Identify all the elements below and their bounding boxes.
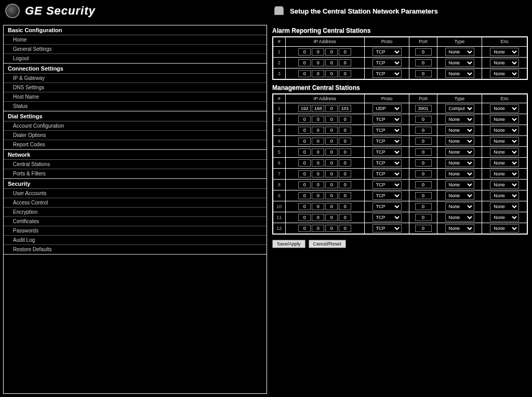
ip-octet-0[interactable] [298, 48, 311, 56]
nav-item[interactable]: Passwords [4, 226, 267, 236]
nav-item[interactable]: Home [4, 35, 267, 45]
proto-select[interactable]: TCPUDP [373, 126, 402, 134]
nav-item[interactable]: Host Name [4, 92, 267, 102]
ip-octet-3[interactable] [339, 225, 351, 232]
ip-octet-2[interactable] [325, 181, 338, 188]
type-select[interactable]: NoneComputerReceiver [445, 126, 474, 134]
ip-octet-2[interactable] [325, 127, 338, 134]
port-input[interactable] [415, 192, 432, 199]
enc-select[interactable]: NoneAES128AES256 [490, 59, 519, 67]
type-select[interactable]: NoneComputerReceiver [445, 213, 474, 222]
proto-select[interactable]: TCPUDP [373, 148, 402, 156]
nav-item[interactable]: DNS Settings [4, 83, 267, 92]
proto-select[interactable]: TCPUDP [373, 115, 402, 124]
save-button[interactable]: Save/Apply [272, 240, 305, 248]
ip-octet-1[interactable] [312, 127, 324, 134]
proto-select[interactable]: TCPUDP [373, 137, 402, 145]
nav-item[interactable]: Audit Log [4, 236, 267, 245]
enc-select[interactable]: NoneAES128AES256 [490, 213, 519, 222]
port-input[interactable] [415, 70, 432, 77]
enc-select[interactable]: NoneAES128AES256 [490, 202, 519, 211]
type-select[interactable]: NoneComputerReceiver [445, 224, 474, 232]
proto-select[interactable]: TCPUDP [373, 213, 402, 222]
type-select[interactable]: NoneComputerReceiver [445, 70, 474, 78]
port-input[interactable] [415, 203, 432, 210]
ip-octet-1[interactable] [312, 116, 324, 123]
nav-item[interactable]: Certificates [4, 217, 267, 226]
port-input[interactable] [415, 170, 432, 177]
type-select[interactable]: NoneComputerReceiver [445, 191, 474, 200]
ip-octet-2[interactable] [325, 116, 338, 123]
nav-item[interactable]: Access Control [4, 198, 267, 208]
type-select[interactable]: NoneComputerReceiver [445, 59, 474, 67]
ip-octet-0[interactable] [298, 127, 311, 134]
ip-octet-2[interactable] [325, 203, 338, 210]
nav-item[interactable]: Status [4, 102, 267, 111]
enc-select[interactable]: NoneAES128AES256 [490, 126, 519, 134]
nav-item[interactable]: Logout [4, 54, 267, 63]
port-input[interactable] [415, 214, 432, 221]
nav-item[interactable]: Report Codes [4, 140, 267, 149]
type-select[interactable]: NoneComputerReceiver [445, 159, 474, 167]
nav-item[interactable]: Dialer Options [4, 131, 267, 140]
port-input[interactable] [415, 138, 432, 145]
ip-octet-0[interactable] [298, 170, 311, 177]
enc-select[interactable]: NoneAES128AES256 [490, 224, 519, 232]
ip-octet-0[interactable] [298, 192, 311, 199]
ip-octet-3[interactable] [339, 181, 351, 188]
ip-octet-1[interactable] [312, 48, 324, 56]
ip-octet-3[interactable] [339, 138, 351, 145]
ip-octet-2[interactable] [325, 214, 338, 221]
ip-octet-3[interactable] [339, 192, 351, 199]
type-select[interactable]: NoneComputerReceiver [445, 104, 474, 113]
port-input[interactable] [415, 116, 432, 123]
ip-octet-2[interactable] [325, 48, 338, 56]
ip-octet-0[interactable] [298, 70, 311, 77]
ip-octet-2[interactable] [325, 138, 338, 145]
ip-octet-1[interactable] [312, 148, 324, 156]
ip-octet-2[interactable] [325, 148, 338, 156]
ip-octet-1[interactable] [312, 214, 324, 221]
cancel-button[interactable]: Cancel/Reset [309, 240, 346, 248]
type-select[interactable]: NoneComputerReceiver [445, 137, 474, 145]
ip-octet-3[interactable] [339, 48, 351, 56]
ip-octet-2[interactable] [325, 192, 338, 199]
ip-octet-2[interactable] [325, 225, 338, 232]
type-select[interactable]: NoneComputerReceiver [445, 48, 474, 56]
port-input[interactable] [415, 225, 432, 232]
enc-select[interactable]: NoneAES128AES256 [490, 148, 519, 156]
nav-item[interactable]: IP & Gateway [4, 74, 267, 83]
ip-octet-1[interactable] [312, 70, 324, 77]
ip-octet-0[interactable] [298, 225, 311, 232]
ip-octet-0[interactable] [298, 181, 311, 188]
type-select[interactable]: NoneComputerReceiver [445, 115, 474, 124]
enc-select[interactable]: NoneAES128AES256 [490, 48, 519, 56]
type-select[interactable]: NoneComputerReceiver [445, 202, 474, 211]
proto-select[interactable]: TCPUDP [373, 202, 402, 211]
nav-item[interactable]: Central Stations [4, 160, 267, 169]
port-input[interactable] [415, 59, 432, 66]
ip-octet-3[interactable] [339, 203, 351, 210]
ip-octet-2[interactable] [325, 170, 338, 177]
ip-octet-0[interactable] [298, 159, 311, 167]
type-select[interactable]: NoneComputerReceiver [445, 181, 474, 189]
ip-octet-1[interactable] [312, 203, 324, 210]
ip-octet-1[interactable] [312, 138, 324, 145]
ip-octet-1[interactable] [312, 192, 324, 199]
type-select[interactable]: NoneComputerReceiver [445, 170, 474, 178]
enc-select[interactable]: NoneAES128AES256 [490, 70, 519, 78]
ip-octet-3[interactable] [339, 159, 351, 167]
ip-octet-2[interactable] [325, 159, 338, 167]
proto-select[interactable]: TCPUDP [373, 104, 402, 113]
ip-octet-0[interactable] [298, 138, 311, 145]
ip-octet-3[interactable] [339, 170, 351, 177]
ip-octet-1[interactable] [312, 159, 324, 167]
ip-octet-0[interactable] [298, 214, 311, 221]
type-select[interactable]: NoneComputerReceiver [445, 148, 474, 156]
ip-octet-3[interactable] [339, 127, 351, 134]
port-input[interactable] [415, 148, 432, 156]
enc-select[interactable]: NoneAES128AES256 [490, 115, 519, 124]
proto-select[interactable]: TCPUDP [373, 159, 402, 167]
ip-octet-0[interactable] [298, 148, 311, 156]
proto-select[interactable]: TCPUDP [373, 59, 402, 67]
